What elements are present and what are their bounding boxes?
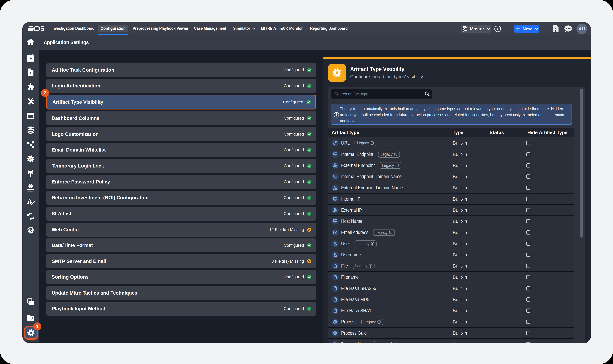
svg-text:API: API (29, 158, 32, 160)
